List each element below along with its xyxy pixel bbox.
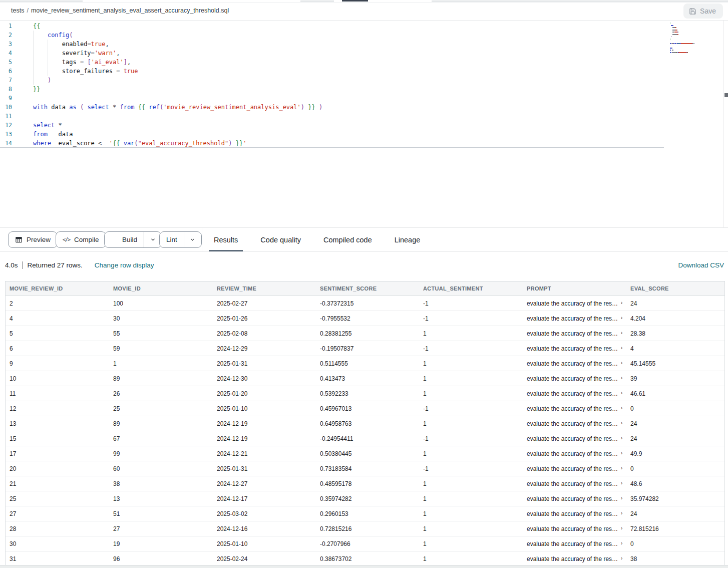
- table-cell: 25: [109, 405, 213, 412]
- code-line[interactable]: 11: [0, 112, 728, 121]
- code-line[interactable]: 4 severity='warn',: [0, 49, 728, 58]
- code-line[interactable]: 14where eval_score <= '{{ var("eval_accu…: [0, 139, 664, 148]
- query-duration: 4.0s: [5, 261, 18, 269]
- prompt-cell-expander[interactable]: evaluate the accuracy of the res…›: [527, 435, 626, 442]
- horizontal-scrollbar[interactable]: [0, 565, 728, 568]
- prompt-preview-text: evaluate the accuracy of the res…: [527, 330, 618, 337]
- prompt-cell-expander[interactable]: evaluate the accuracy of the res…›: [527, 555, 626, 562]
- chevron-right-icon: ›: [621, 480, 622, 486]
- table-cell: 55: [109, 330, 213, 337]
- table-cell: 2025-03-02: [213, 510, 316, 517]
- prompt-cell-expander[interactable]: evaluate the accuracy of the res…›: [527, 315, 626, 322]
- table-cell: 10: [6, 375, 109, 382]
- minimap[interactable]: [667, 21, 723, 228]
- table-cell: 89: [109, 420, 213, 427]
- prompt-cell-expander[interactable]: evaluate the accuracy of the res…›: [527, 495, 626, 502]
- prompt-cell-expander[interactable]: evaluate the accuracy of the res…›: [527, 375, 626, 382]
- breadcrumb-folder: tests: [11, 7, 24, 14]
- prompt-cell-expander[interactable]: evaluate the accuracy of the res…›: [527, 510, 626, 517]
- change-row-display-link[interactable]: Change row display: [95, 261, 154, 269]
- prompt-cell-expander[interactable]: evaluate the accuracy of the res…›: [527, 390, 626, 397]
- table-cell: -0.37372315: [316, 300, 419, 307]
- table-cell: 9: [6, 360, 109, 367]
- code-line[interactable]: 2 config(: [0, 31, 728, 40]
- lint-button[interactable]: Lint: [160, 232, 184, 247]
- prompt-cell-expander[interactable]: evaluate the accuracy of the res…›: [527, 480, 626, 487]
- compile-button[interactable]: </> Compile: [56, 231, 106, 248]
- file-tab[interactable]: [300, 0, 334, 2]
- prompt-cell-expander[interactable]: evaluate the accuracy of the res…›: [527, 540, 626, 547]
- code-line[interactable]: 8}}: [0, 85, 728, 94]
- table-cell-eval-score: 24: [626, 300, 721, 307]
- lint-dropdown-button[interactable]: [184, 232, 201, 247]
- table-cell-eval-score: 24: [626, 510, 721, 517]
- prompt-cell-expander[interactable]: evaluate the accuracy of the res…›: [527, 465, 626, 472]
- table-cell: 2025-02-27: [213, 300, 316, 307]
- download-csv-link[interactable]: Download CSV: [678, 261, 724, 269]
- line-number: 9: [0, 94, 20, 103]
- code-line[interactable]: 5 tags = ['ai_eval'],: [0, 58, 728, 67]
- ide-window: tests/movie_review_sentiment_analysis_ev…: [0, 0, 728, 568]
- code-line[interactable]: 13from data: [0, 130, 728, 139]
- build-dropdown-button[interactable]: [144, 232, 161, 247]
- line-number: 3: [0, 40, 20, 49]
- chevron-down-icon: [150, 237, 156, 242]
- code-line[interactable]: 9: [0, 94, 728, 103]
- table-row: 912025-01-310.51145551evaluate the accur…: [6, 356, 724, 371]
- table-cell-eval-score: 72.815216: [626, 525, 721, 532]
- table-row: 11262025-01-200.53922331evaluate the acc…: [6, 386, 724, 401]
- line-number: 12: [0, 121, 20, 130]
- table-cell-eval-score: 24: [626, 420, 721, 427]
- table-cell: -0.2707966: [316, 540, 419, 547]
- table-cell-eval-score: 46.61: [626, 390, 721, 397]
- prompt-preview-text: evaluate the accuracy of the res…: [527, 315, 618, 322]
- active-file-tab-indicator: [342, 0, 368, 2]
- code-editor[interactable]: 1{{2 config(3 enabled=true,4 severity='w…: [0, 21, 728, 228]
- table-cell: -1: [419, 315, 523, 322]
- table-cell-eval-score: 35.974282: [626, 495, 721, 502]
- tab-lineage[interactable]: Lineage: [391, 228, 424, 251]
- prompt-cell-expander[interactable]: evaluate the accuracy of the res…›: [527, 360, 626, 367]
- code-line[interactable]: 3 enabled=true,: [0, 40, 728, 49]
- scrollbar-marker[interactable]: [724, 93, 728, 97]
- table-cell: 13: [109, 495, 213, 502]
- line-number: 7: [0, 76, 20, 85]
- table-cell: 89: [109, 375, 213, 382]
- wrench-icon: [111, 236, 118, 243]
- prompt-cell-expander[interactable]: evaluate the accuracy of the res…›: [527, 300, 626, 307]
- tab-results[interactable]: Results: [210, 228, 241, 251]
- build-button[interactable]: Build: [105, 232, 144, 247]
- chevron-right-icon: ›: [621, 315, 622, 321]
- save-button[interactable]: Save: [683, 4, 723, 19]
- line-number: 11: [0, 112, 20, 121]
- code-line[interactable]: 10with data as ( select * from {{ ref('m…: [0, 103, 728, 112]
- code-line[interactable]: 6 store_failures = true: [0, 67, 728, 76]
- table-cell: 17: [6, 450, 109, 457]
- code-brackets-icon: </>: [63, 237, 70, 242]
- preview-button[interactable]: Preview: [8, 231, 58, 248]
- prompt-cell-expander[interactable]: evaluate the accuracy of the res…›: [527, 405, 626, 412]
- file-tab[interactable]: [432, 0, 728, 2]
- prompt-preview-text: evaluate the accuracy of the res…: [527, 510, 618, 517]
- tab-code-quality[interactable]: Code quality: [257, 228, 304, 251]
- table-cell: 30: [109, 315, 213, 322]
- prompt-cell-expander[interactable]: evaluate the accuracy of the res…›: [527, 420, 626, 427]
- table-cell: 1: [419, 375, 523, 382]
- prompt-cell-expander[interactable]: evaluate the accuracy of the res…›: [527, 345, 626, 352]
- code-text: store_failures = true: [33, 67, 138, 76]
- file-tab[interactable]: [0, 0, 83, 2]
- code-text: {{: [33, 22, 40, 31]
- table-cell: 21: [6, 480, 109, 487]
- prompt-cell-expander[interactable]: evaluate the accuracy of the res…›: [527, 330, 626, 337]
- code-line[interactable]: 1{{: [0, 22, 728, 31]
- results-tab-bar: Results Code quality Compiled code Linea…: [210, 228, 424, 251]
- table-cell: 2024-12-30: [213, 375, 316, 382]
- code-line[interactable]: 12select *: [0, 121, 728, 130]
- table-cell: 2024-12-29: [213, 345, 316, 352]
- code-line[interactable]: 7 ): [0, 76, 728, 85]
- prompt-cell-expander[interactable]: evaluate the accuracy of the res…›: [527, 525, 626, 532]
- table-cell: 1: [419, 510, 523, 517]
- tab-compiled-code[interactable]: Compiled code: [320, 228, 376, 251]
- chevron-right-icon: ›: [621, 555, 622, 561]
- prompt-cell-expander[interactable]: evaluate the accuracy of the res…›: [527, 450, 626, 457]
